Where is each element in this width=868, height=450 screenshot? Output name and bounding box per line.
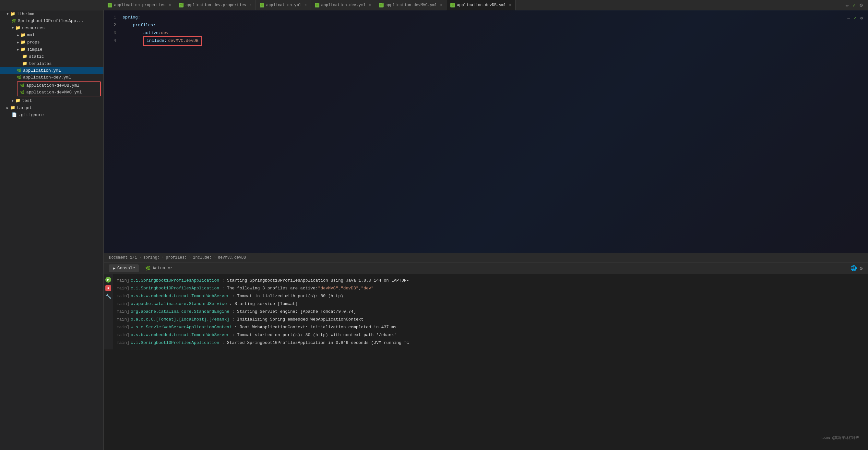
chevron-down-icon: ▼ bbox=[6, 12, 9, 16]
sidebar-item-springboot-app[interactable]: 🌿 Springboot10ProfilesApp... bbox=[0, 18, 103, 24]
chevron-right-icon: ▶ bbox=[6, 106, 9, 110]
tab-close-icon[interactable]: × bbox=[305, 3, 307, 7]
breadcrumb-sep: › bbox=[189, 255, 191, 260]
log-line: main] o.s.b.w.embedded.tomcat.TomcatWebS… bbox=[113, 331, 868, 339]
sidebar-item-application-devDB-yml[interactable]: 🌿 application-devDB.yml bbox=[18, 82, 100, 89]
folder-icon: 📁 bbox=[22, 54, 27, 59]
folder-icon: 📁 bbox=[15, 25, 21, 30]
log-line: main] w.s.c.ServletWebServerApplicationC… bbox=[113, 324, 868, 331]
folder-icon: 📁 bbox=[21, 32, 26, 38]
tab-close-icon[interactable]: × bbox=[509, 3, 512, 7]
sidebar-item-gitignore[interactable]: 📄 .gitignore bbox=[0, 111, 103, 118]
sidebar-item-target[interactable]: ▶ 📁 target bbox=[0, 104, 103, 111]
code-line-2: profiles: bbox=[120, 22, 868, 29]
breadcrumb-profiles: profiles: bbox=[166, 255, 187, 260]
sidebar-item-itheima[interactable]: ▼ 📁 itheima bbox=[0, 10, 103, 18]
log-text-quote: "devMVC" bbox=[318, 285, 338, 292]
sidebar: ▼ 📁 itheima 🌿 Springboot10ProfilesApp...… bbox=[0, 10, 104, 450]
log-text: , bbox=[359, 285, 361, 292]
settings-gear-icon[interactable]: ⚙ bbox=[860, 16, 863, 21]
gear-icon[interactable]: ⚙ bbox=[860, 265, 863, 272]
log-prefix: main] bbox=[117, 339, 129, 347]
sidebar-item-static[interactable]: 📁 static bbox=[0, 53, 103, 60]
tab-bar: 🌿 application.properties × 🌿 application… bbox=[0, 0, 868, 10]
spring-icon: 🌿 bbox=[12, 19, 16, 23]
log-text: Root WebApplicationContext: initializati… bbox=[240, 324, 397, 331]
highlighted-files-group: 🌿 application-devDB.yml 🌿 application-de… bbox=[17, 82, 101, 96]
log-text-quote: "devDB" bbox=[341, 285, 359, 292]
tab-application-properties[interactable]: 🌿 application.properties × bbox=[104, 0, 175, 10]
line-numbers: 1 2 3 4 bbox=[104, 10, 120, 253]
folder-icon: 📁 bbox=[10, 11, 15, 17]
tab-application-dev-properties[interactable]: 🌿 application-dev.properties × bbox=[175, 0, 256, 10]
yaml-icon: 🌿 bbox=[379, 3, 383, 7]
sidebar-item-label: application-dev.yml bbox=[23, 75, 71, 80]
log-class: w.s.c.ServletWebServerApplicationContext bbox=[131, 324, 232, 331]
tab-actuator[interactable]: 🌿 Actuator bbox=[142, 264, 176, 272]
sidebar-item-test[interactable]: ▶ 📁 test bbox=[0, 97, 103, 104]
include-highlight-box: include: devMVC,devDB bbox=[143, 36, 202, 46]
log-prefix: main] bbox=[117, 308, 129, 316]
bottom-tabs-bar: ▶ Console 🌿 Actuator 🌐 ⚙ bbox=[104, 263, 868, 274]
sidebar-item-label: application-devMVC.yml bbox=[26, 90, 82, 95]
tab-console[interactable]: ▶ Console bbox=[109, 264, 139, 272]
yaml-key: profiles: bbox=[133, 22, 156, 29]
pencil-slash-icon[interactable]: ✏ bbox=[847, 16, 850, 21]
tools-icon[interactable]: 🔧 bbox=[106, 294, 111, 299]
editor-area: 1 2 3 4 spring: profiles: bbox=[104, 10, 868, 262]
breadcrumb-sep: › bbox=[161, 255, 164, 260]
line-number: 1 bbox=[104, 13, 116, 22]
tab-close-icon[interactable]: × bbox=[369, 3, 371, 7]
sidebar-item-label: props bbox=[27, 40, 40, 45]
log-separator: : bbox=[222, 277, 224, 284]
pencil-icon[interactable]: ✏ bbox=[846, 2, 849, 8]
sidebar-item-props[interactable]: ▶ 📁 props bbox=[0, 39, 103, 46]
tab-close-icon[interactable]: × bbox=[168, 3, 171, 7]
sidebar-item-label: .gitignore bbox=[19, 113, 44, 117]
sidebar-item-label: itheima bbox=[17, 12, 35, 17]
editor-right-icons: ✏ ✓ ⚙ bbox=[847, 16, 863, 21]
tab-application-yml[interactable]: 🌿 application.yml × bbox=[256, 0, 311, 10]
log-line: main] o.a.c.c.C.[Tomcat].[localhost].[/e… bbox=[113, 316, 868, 324]
yaml-key: include: bbox=[147, 37, 167, 45]
sidebar-item-resources[interactable]: ▼ 📁 resources bbox=[0, 24, 103, 31]
tab-application-dev-yml[interactable]: 🌿 application-dev.yml × bbox=[311, 0, 375, 10]
sidebar-item-simple[interactable]: ▶ 📁 simple bbox=[0, 46, 103, 53]
settings-icon[interactable]: ⚙ bbox=[860, 2, 863, 8]
main-area: ▼ 📁 itheima 🌿 Springboot10ProfilesApp...… bbox=[0, 10, 868, 450]
code-lines: spring: profiles: active: dev bbox=[120, 10, 868, 253]
yaml-icon: 🌿 bbox=[107, 3, 112, 7]
tab-application-devMVC-yml[interactable]: 🌿 application-devMVC.yml × bbox=[375, 0, 446, 10]
log-text: Started Springboot10ProfilesApplication … bbox=[227, 339, 409, 347]
stop-button[interactable]: ■ bbox=[105, 285, 111, 291]
sidebar-item-application-dev-yml[interactable]: 🌿 application-dev.yml bbox=[0, 74, 103, 81]
check-icon[interactable]: ✓ bbox=[853, 2, 856, 8]
tab-application-devDB-yml[interactable]: 🌿 application-devDB.yml × bbox=[446, 0, 516, 10]
sidebar-item-label: simple bbox=[27, 47, 42, 52]
sidebar-item-templates[interactable]: 📁 templates bbox=[0, 60, 103, 67]
log-line: main] c.i.Springboot10ProfilesApplicatio… bbox=[113, 277, 868, 284]
yaml-key: spring: bbox=[123, 13, 141, 22]
sidebar-item-application-yml[interactable]: 🌿 application.yml bbox=[0, 67, 103, 74]
console-main: main] c.i.Springboot10ProfilesApplicatio… bbox=[113, 274, 868, 350]
line-number: 3 bbox=[104, 29, 116, 37]
log-text: Tomcat initialized with port(s): 80 (htt… bbox=[237, 293, 343, 300]
folder-icon: 📁 bbox=[10, 105, 15, 110]
sidebar-item-mul[interactable]: ▶ 📁 mul bbox=[0, 31, 103, 39]
editor-wrapper: 1 2 3 4 spring: profiles: bbox=[104, 10, 868, 253]
globe-icon[interactable]: 🌐 bbox=[850, 265, 857, 272]
breadcrumb-spring: spring: bbox=[143, 255, 159, 260]
log-class: c.i.Springboot10ProfilesApplication bbox=[131, 277, 219, 284]
sidebar-item-label: resources bbox=[22, 26, 45, 30]
tab-close-icon[interactable]: × bbox=[440, 3, 442, 7]
check-green-icon[interactable]: ✓ bbox=[854, 16, 856, 21]
log-prefix: main] bbox=[117, 285, 129, 292]
sidebar-item-label: mul bbox=[27, 33, 35, 38]
chevron-right-icon: ▶ bbox=[17, 33, 19, 37]
tab-close-icon[interactable]: × bbox=[249, 3, 252, 7]
log-separator: : bbox=[222, 285, 224, 292]
sidebar-item-application-devMVC-yml[interactable]: 🌿 application-devMVC.yml bbox=[18, 89, 100, 96]
run-button[interactable]: ▶ bbox=[105, 277, 111, 282]
log-class: o.apache.catalina.core.StandardService bbox=[131, 300, 227, 307]
console-icon: ▶ bbox=[113, 266, 116, 271]
